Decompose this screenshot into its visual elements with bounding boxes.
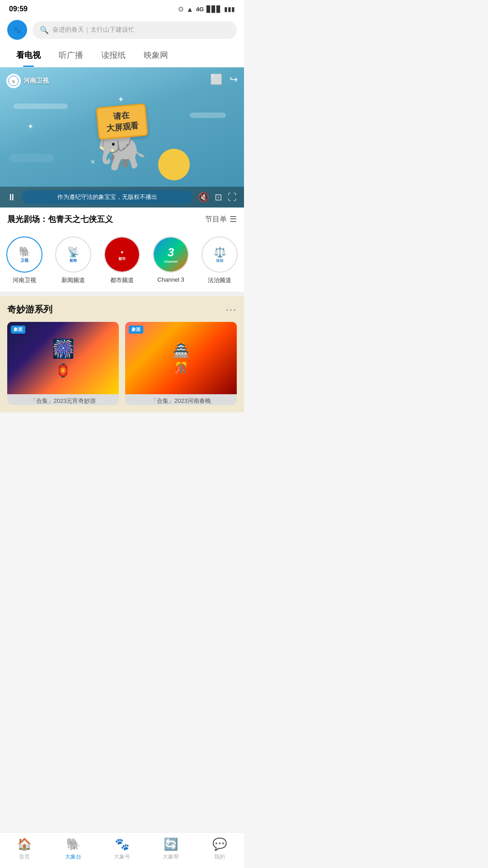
- channel-item-news[interactable]: 📡 新闻 新闻频道: [49, 236, 98, 284]
- card-badge-2: 象面: [129, 326, 143, 334]
- series-title: 奇妙游系列: [7, 303, 52, 316]
- tab-radio[interactable]: 听广播: [50, 43, 92, 67]
- signal-icon: 4G: [196, 6, 204, 13]
- card-badge-1: 象面: [11, 326, 25, 334]
- series-card-2[interactable]: 象面 🏯 🎊 「合集」2023河南春晚: [125, 322, 237, 405]
- card-image-1: 象面 🎆 🏮: [7, 322, 119, 394]
- program-title: 晨光剧场：包青天之七侠五义: [7, 214, 113, 225]
- mute-button[interactable]: 🔇: [198, 192, 209, 203]
- channel-circle-ch3: 3 channel: [153, 236, 189, 273]
- signal-bars: ▊▊▊: [206, 5, 221, 13]
- channel-label-fazhi: 法治频道: [208, 276, 231, 284]
- card-image-2: 象面 🏯 🎊: [125, 322, 237, 394]
- subtitle-text: 作为遵纪守法的象宝宝，无版权不播出: [57, 193, 157, 200]
- pause-button[interactable]: ⏸: [7, 192, 16, 203]
- channel-item-henan[interactable]: 🐘 卫视 河南卫视: [0, 236, 49, 284]
- card-subtitle-2: 「合集」2023河南春晚: [125, 394, 237, 405]
- player-controls: ⏸ 作为遵纪守法的象宝宝，无版权不播出 🔇 ⊡ ⛶: [0, 187, 244, 208]
- list-icon: ☰: [230, 214, 237, 224]
- status-icons: ⊙ ▲ 4G ▊▊▊ ▮▮▮: [178, 5, 235, 13]
- nav-tabs: 看电视 听广播 读报纸 映象网: [0, 43, 244, 67]
- channel-circle-fazhi: ⚖️ 法治: [202, 236, 238, 273]
- channel-item-ch3[interactable]: 3 channel Channel 3: [146, 236, 195, 284]
- video-player[interactable]: 🐘 河南卫视 ⬜ ↪ ✦ ✦ × 请在大屏观看 �: [0, 67, 244, 208]
- series-header: 奇妙游系列 ···: [7, 303, 237, 316]
- program-list-label: 节目单: [205, 215, 227, 224]
- channel-label-henan: 河南卫视: [13, 276, 36, 284]
- section-divider: [0, 292, 244, 296]
- subtitle-bar: 作为遵纪守法的象宝宝，无版权不播出: [22, 190, 192, 204]
- card-subtitle-1: 「合集」2023元宵奇妙游: [7, 394, 119, 405]
- wifi-icon: ▲: [187, 5, 193, 13]
- channel-circle-henan: 🐘 卫视: [6, 236, 42, 273]
- channel-item-fazhi[interactable]: ⚖️ 法治 法治频道: [195, 236, 244, 284]
- series-section: 奇妙游系列 ··· 象面 🎆 🏮 「合集」2023元宵奇妙游 象面: [0, 296, 244, 412]
- series-card-1[interactable]: 象面 🎆 🏮 「合集」2023元宵奇妙游: [7, 322, 119, 405]
- app-logo[interactable]: 🐾: [7, 20, 27, 40]
- app-logo-icon: 🐾: [11, 24, 23, 36]
- timer-icon: ⊙: [178, 5, 184, 13]
- pip-button[interactable]: ⊡: [215, 192, 222, 203]
- battery-icon: ▮▮▮: [224, 5, 235, 13]
- channel-label-ch3: Channel 3: [157, 276, 184, 283]
- channel-list: 🐘 卫视 河南卫视 📡 新闻 新闻频道 ▪ 都市: [0, 231, 244, 292]
- program-info: 晨光剧场：包青天之七侠五义 节目单 ☰: [0, 208, 244, 231]
- tab-tv[interactable]: 看电视: [7, 43, 50, 67]
- series-cards: 象面 🎆 🏮 「合集」2023元宵奇妙游 象面 🏯 🎊: [7, 322, 237, 405]
- status-time: 09:59: [9, 5, 28, 13]
- tab-yingxiang[interactable]: 映象网: [135, 43, 177, 67]
- channel-circle-dushi: ▪ 都市: [104, 236, 140, 273]
- search-placeholder-text: 奋进的春天｜太行山下建设忙: [52, 26, 135, 34]
- channel-item-dushi[interactable]: ▪ 都市 都市频道: [98, 236, 146, 284]
- search-icon: 🔍: [40, 26, 49, 34]
- svg-text:🐾: 🐾: [14, 26, 21, 34]
- sign-text: 请在大屏观看: [96, 103, 148, 140]
- search-bar[interactable]: 🔍 奋进的春天｜太行山下建设忙: [33, 21, 237, 39]
- tab-newspaper[interactable]: 读报纸: [92, 43, 135, 67]
- channel-circle-news: 📡 新闻: [55, 236, 91, 273]
- fullscreen-button[interactable]: ⛶: [228, 192, 237, 203]
- main-content: 🐘 河南卫视 ⬜ ↪ ✦ ✦ × 请在大屏观看 �: [0, 67, 244, 448]
- channel-label-news: 新闻频道: [61, 276, 85, 284]
- status-bar: 09:59 ⊙ ▲ 4G ▊▊▊ ▮▮▮: [0, 0, 244, 16]
- header: 🐾 🔍 奋进的春天｜太行山下建设忙: [0, 16, 244, 43]
- channel-label-dushi: 都市频道: [110, 276, 134, 284]
- program-list-button[interactable]: 节目单 ☰: [205, 214, 237, 224]
- series-more-button[interactable]: ···: [226, 304, 237, 316]
